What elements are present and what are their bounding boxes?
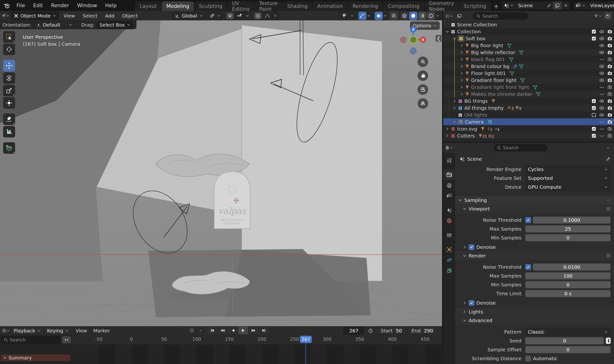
eye-closed-icon[interactable] (599, 119, 605, 125)
exclude-checkbox[interactable] (591, 105, 597, 111)
outliner-row-big-white-reflector[interactable]: Big white reflector (443, 49, 614, 56)
outliner-row-collection[interactable]: Collection (443, 28, 614, 35)
current-frame-field[interactable]: 267 (343, 327, 364, 335)
expand-caret-icon[interactable] (445, 134, 450, 138)
expand-caret-icon[interactable] (460, 85, 465, 89)
timeline-menu-view[interactable]: View (72, 328, 90, 334)
keying-set-caret-icon[interactable] (197, 327, 204, 334)
menu-file[interactable]: File (13, 0, 29, 11)
eye-icon[interactable] (599, 50, 605, 55)
selectability-icon[interactable] (340, 12, 348, 20)
viewport-max-samples-field[interactable]: 25 (525, 225, 611, 233)
playhead-frame-badge[interactable]: 267 (300, 336, 312, 343)
tool-measure[interactable] (3, 126, 15, 137)
pin-icon[interactable] (544, 1, 553, 10)
render-max-samples-field[interactable]: 100 (525, 272, 611, 279)
timeline-key-area[interactable] (71, 344, 442, 364)
start-frame-field[interactable]: Start 50 (377, 327, 405, 335)
render-denoise-checkbox[interactable] (469, 300, 474, 306)
sidebar-collapse-icon[interactable]: ❮ (435, 35, 442, 42)
viewport-3d[interactable]: Object ModeViewSelectAddObjectGlobal (0, 11, 442, 326)
outliner-row-scene-collection[interactable]: Scene Collection (443, 21, 614, 28)
display-mode-icon[interactable] (455, 12, 463, 20)
properties-options-caret-icon[interactable] (604, 144, 612, 152)
viewlayer-icon[interactable] (574, 1, 588, 10)
expand-caret-icon[interactable] (460, 71, 465, 76)
auto-keying-icon[interactable] (187, 327, 197, 334)
render-visibility-icon[interactable] (607, 64, 613, 69)
scene-name[interactable]: Scene (516, 3, 544, 8)
render-visibility-icon[interactable] (607, 112, 613, 117)
snap-target-icon[interactable] (236, 12, 244, 20)
drag-dropdown[interactable]: Select Box (97, 21, 133, 29)
eye-icon[interactable] (599, 105, 605, 111)
viewport-editor-type-icon[interactable] (1, 12, 10, 20)
device-dropdown[interactable]: GPU Compute (525, 183, 611, 191)
expand-caret-icon[interactable] (452, 120, 458, 124)
play-reverse-icon[interactable] (228, 327, 238, 334)
viewport-noise-threshold-field[interactable]: 0.1000 (533, 217, 611, 224)
tool-move[interactable] (3, 60, 15, 71)
transform-orientation-dropdown[interactable]: Global (172, 12, 206, 20)
render-visibility-icon[interactable] (607, 105, 613, 111)
properties-tab-output[interactable] (443, 180, 455, 191)
viewlayer-selector[interactable]: ViewLayer (573, 1, 614, 10)
stopwatch-icon[interactable] (366, 327, 375, 335)
shading-rendered-icon[interactable] (427, 12, 435, 20)
feature-set-dropdown[interactable]: Supported (525, 174, 611, 182)
menu-render[interactable]: Render (47, 0, 73, 11)
timeline-search[interactable]: Search (0, 336, 61, 343)
eye-icon[interactable] (599, 78, 605, 83)
outliner-row-makes-the-chrome-darker[interactable]: Makes the chrome darker (443, 91, 614, 97)
tool-scale[interactable] (3, 85, 15, 96)
panel-sampling[interactable]: Sampling (455, 195, 614, 205)
expand-caret-icon[interactable] (445, 127, 450, 131)
render-disabled-icon[interactable] (607, 85, 613, 90)
viewport-menu-view[interactable]: View (60, 13, 78, 19)
workspace-tab-compositing[interactable]: Compositing (383, 1, 424, 11)
render-engine-dropdown[interactable]: Cycles (525, 166, 611, 173)
workspace-tab-layout[interactable]: Layout (135, 1, 161, 11)
outliner-row-black-flag-001[interactable]: black flag.001 (443, 56, 614, 63)
properties-editor-type-icon[interactable] (445, 144, 453, 152)
tool-rotate[interactable] (3, 72, 15, 84)
workspace-tab-sculpting[interactable]: Sculpting (194, 1, 227, 11)
seed-animate-icon[interactable] (606, 338, 611, 344)
panel-sampling-viewport[interactable]: Viewport (455, 205, 614, 213)
expand-caret-icon[interactable] (460, 43, 465, 48)
render-noise-threshold-field[interactable]: 0.0100 (533, 263, 611, 271)
prev-keyframe-icon[interactable] (218, 327, 227, 334)
expand-caret-icon[interactable] (460, 57, 465, 62)
properties-search[interactable]: Search (494, 144, 547, 151)
show-gizmo-icon[interactable] (358, 12, 366, 20)
gizmo-y-axis[interactable] (410, 36, 417, 43)
eye-icon[interactable] (599, 64, 605, 69)
workspace-tab-rendering[interactable]: Rendering (348, 1, 383, 11)
pan-hand-icon[interactable] (418, 70, 428, 81)
expand-caret-icon[interactable] (460, 50, 465, 55)
properties-tab-world[interactable] (443, 216, 455, 226)
shading-material-icon[interactable] (418, 12, 426, 20)
add-workspace-button[interactable]: + (491, 1, 501, 11)
workspace-tab-modeling[interactable]: Modeling (162, 1, 194, 11)
render-visibility-icon[interactable] (607, 36, 613, 41)
timeline-ruler[interactable]: -50050100150200250300350400450 (71, 335, 442, 344)
expand-caret-icon[interactable] (460, 92, 465, 96)
falloff-curve-icon[interactable] (263, 12, 271, 20)
render-visibility-icon[interactable] (607, 98, 613, 104)
render-min-samples-field[interactable]: 0 (525, 281, 611, 288)
zoom-icon[interactable] (418, 56, 428, 67)
camera-view-icon[interactable] (418, 84, 428, 95)
collapse-caret-icon[interactable] (452, 36, 458, 41)
scrambling-distance-checkbox[interactable] (525, 356, 531, 361)
panel-sampling-render[interactable]: Render (455, 251, 614, 260)
properties-tab-view-layer[interactable] (443, 191, 455, 201)
timeline-editor-type-icon[interactable] (2, 327, 10, 335)
tool-cursor[interactable] (3, 44, 15, 55)
properties-tab-collection[interactable] (443, 230, 455, 240)
tool-select-box[interactable] (3, 31, 15, 43)
tool-add-cube[interactable] (3, 142, 15, 154)
exclude-checkbox[interactable] (591, 36, 597, 41)
outliner-row-big-floor-light[interactable]: Big floor light (443, 42, 614, 49)
mode-dropdown[interactable]: Object Mode (11, 12, 59, 20)
